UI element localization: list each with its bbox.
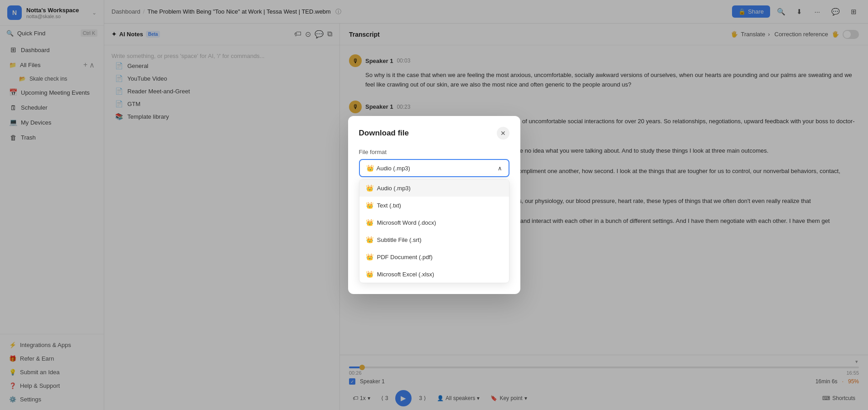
format-icon-4: 👑 bbox=[366, 253, 373, 260]
modal-close-button[interactable]: ✕ bbox=[497, 127, 509, 140]
modal-header: Download file ✕ bbox=[359, 127, 509, 140]
format-label-1: Text (.txt) bbox=[377, 202, 401, 209]
format-label-5: Microsoft Excel (.xlsx) bbox=[377, 271, 434, 278]
format-label-3: Subtitle File (.srt) bbox=[377, 236, 422, 243]
selected-format-icon: 👑 bbox=[366, 164, 374, 172]
format-icon-5: 👑 bbox=[366, 270, 373, 278]
format-icon-2: 👑 bbox=[366, 219, 373, 226]
format-option-0[interactable]: 👑 Audio (.mp3) bbox=[359, 179, 509, 197]
format-icon-3: 👑 bbox=[366, 236, 373, 243]
format-select-button[interactable]: 👑 Audio (.mp3) ∧ bbox=[359, 159, 509, 177]
format-option-3[interactable]: 👑 Subtitle File (.srt) bbox=[359, 231, 509, 248]
format-icon-0: 👑 bbox=[366, 184, 373, 192]
format-dropdown: 👑 Audio (.mp3) 👑 Text (.txt) 👑 Microsoft… bbox=[359, 179, 509, 283]
chevron-up-icon-2: ∧ bbox=[498, 165, 502, 172]
format-label-4: PDF Document (.pdf) bbox=[377, 254, 433, 260]
format-icon-1: 👑 bbox=[366, 202, 373, 209]
modal-overlay: Download file ✕ File format 👑 Audio (.mp… bbox=[0, 0, 868, 410]
format-option-1[interactable]: 👑 Text (.txt) bbox=[359, 197, 509, 214]
selected-format-label: Audio (.mp3) bbox=[377, 165, 410, 172]
format-label-0: Audio (.mp3) bbox=[377, 185, 411, 192]
format-option-5[interactable]: 👑 Microsoft Excel (.xlsx) bbox=[359, 265, 509, 283]
file-format-label: File format bbox=[359, 149, 509, 155]
download-modal: Download file ✕ File format 👑 Audio (.mp… bbox=[348, 116, 520, 294]
format-option-2[interactable]: 👑 Microsoft Word (.docx) bbox=[359, 214, 509, 231]
format-label-2: Microsoft Word (.docx) bbox=[377, 219, 436, 226]
modal-title: Download file bbox=[359, 129, 409, 138]
format-option-4[interactable]: 👑 PDF Document (.pdf) bbox=[359, 248, 509, 265]
